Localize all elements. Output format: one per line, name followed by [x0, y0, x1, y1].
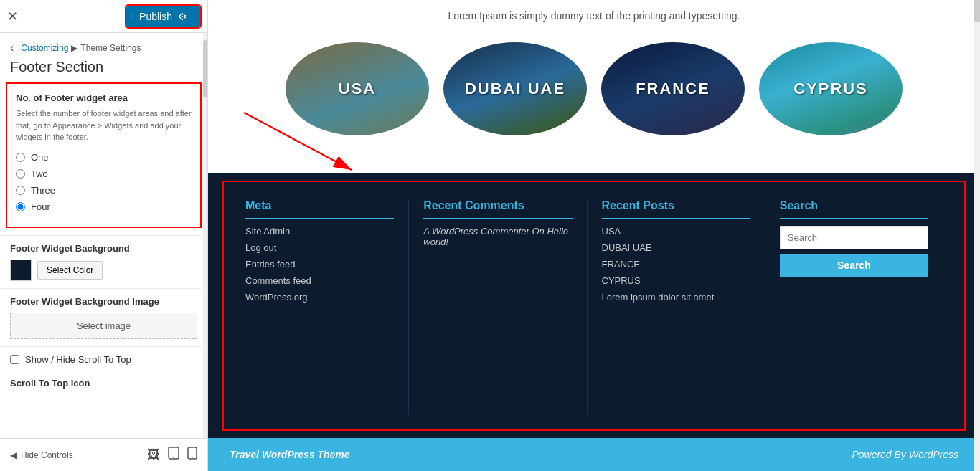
color-swatch[interactable] — [10, 260, 32, 281]
left-scrollbar[interactable] — [203, 33, 207, 438]
footer-widgets-row: Meta Site Admin Log out Entries feed Com… — [222, 181, 966, 431]
scroll-to-top-row: Show / Hide Scroll To Top — [10, 354, 197, 365]
radio-two[interactable] — [16, 169, 25, 179]
scroll-to-top-checkbox[interactable] — [10, 355, 19, 364]
footer-powered-by: Powered By WordPress — [852, 449, 958, 460]
publish-label: Publish — [139, 11, 172, 22]
footer-widget-background-image-section: Footer Widget Background Image Select im… — [0, 288, 207, 346]
footer-preview: Meta Site Admin Log out Entries feed Com… — [208, 173, 980, 471]
mobile-icon-button[interactable] — [187, 447, 197, 463]
recent-post-dubai[interactable]: DUBAI UAE — [602, 242, 750, 253]
recent-posts-widget: Recent Posts USA DUBAI UAE FRANCE CYPRUS… — [588, 199, 765, 415]
radio-option-two[interactable]: Two — [16, 168, 192, 179]
france-label: FRANCE — [636, 80, 710, 98]
usa-label: USA — [339, 80, 376, 98]
svg-point-3 — [192, 457, 193, 458]
radio-label-one: One — [31, 152, 49, 163]
search-button[interactable]: Search — [780, 254, 928, 277]
gallery-item-usa: USA — [286, 42, 429, 135]
meta-widget-title: Meta — [245, 199, 394, 219]
back-button[interactable]: ‹ — [10, 42, 14, 54]
recent-post-usa[interactable]: USA — [602, 226, 750, 237]
recent-comments-title: Recent Comments — [423, 199, 572, 219]
close-button[interactable]: ✕ — [7, 9, 18, 24]
close-icon: ✕ — [7, 9, 18, 24]
widget-area-title: No. of Footer widget area — [16, 92, 192, 103]
footer-widget-background-section: Footer Widget Background Select Color — [0, 235, 207, 288]
hide-controls-label: Hide Controls — [21, 450, 73, 460]
recent-comments-widget: Recent Comments A WordPress Commenter On… — [409, 199, 587, 415]
footer-bottom-bar: Travel WordPress Theme Powered By WordPr… — [208, 438, 980, 471]
gallery-item-france: FRANCE — [601, 42, 745, 135]
recent-post-cyprus[interactable]: CYPRUS — [602, 275, 750, 286]
radio-three[interactable] — [16, 186, 25, 195]
radio-label-three: Three — [31, 185, 55, 196]
search-input[interactable] — [780, 226, 928, 249]
breadcrumb-separator: ▶ — [71, 43, 77, 53]
desktop-icon-button[interactable]: 🖼 — [147, 447, 160, 463]
bottom-bar: ◀ Hide Controls 🖼 ​ — [0, 438, 207, 471]
meta-site-admin[interactable]: Site Admin — [245, 226, 394, 237]
publish-button[interactable]: Publish ⚙ — [126, 6, 200, 27]
color-swatch-row: Select Color — [10, 260, 197, 281]
meta-log-out[interactable]: Log out — [245, 242, 394, 253]
section-title: Footer Section — [0, 57, 207, 82]
meta-comments-feed[interactable]: Comments feed — [245, 275, 394, 286]
radio-option-three[interactable]: Three — [16, 185, 192, 196]
radio-one[interactable] — [16, 153, 25, 162]
right-panel: Lorem Ipsum is simply dummy text of the … — [208, 0, 980, 471]
recent-post-france[interactable]: FRANCE — [602, 259, 750, 270]
arrow-area — [208, 148, 980, 173]
hide-controls-button[interactable]: ◀ Hide Controls — [10, 450, 73, 460]
radio-option-one[interactable]: One — [16, 152, 192, 163]
widget-area-box: No. of Footer widget area Select the num… — [6, 82, 202, 228]
search-widget: Search Search — [765, 199, 943, 415]
recent-post-lorem[interactable]: Lorem ipsum dolor sit amet — [602, 292, 750, 303]
gallery-item-cyprus: CYPRUS — [759, 42, 903, 135]
right-scroll-thumb — [974, 0, 980, 22]
right-scrollbar[interactable] — [974, 0, 980, 471]
footer-theme-name: Travel WordPress Theme — [230, 449, 350, 460]
preview-top-text: Lorem Ipsum is simply dummy text of the … — [208, 0, 980, 29]
left-panel: ✕ Publish ⚙ ‹ Customizing ▶ Theme Settin… — [0, 0, 208, 471]
scroll-to-top-label: Show / Hide Scroll To Top — [25, 354, 131, 365]
meta-widget: Meta Site Admin Log out Entries feed Com… — [245, 199, 409, 415]
gallery-row: USA DUBAI UAE FRANCE CYPRUS — [208, 29, 980, 148]
hide-controls-arrow: ◀ — [10, 450, 17, 460]
cyprus-label: CYPRUS — [793, 80, 868, 98]
widget-area-description: Select the number of footer widget areas… — [16, 108, 192, 143]
gallery-item-dubai: DUBAI UAE — [443, 42, 587, 135]
top-bar: ✕ Publish ⚙ — [0, 0, 207, 33]
radio-four[interactable] — [16, 202, 25, 211]
device-icons: 🖼 ​ — [147, 447, 197, 463]
recent-posts-title: Recent Posts — [602, 199, 750, 219]
radio-option-four[interactable]: Four — [16, 201, 192, 212]
svg-point-1 — [173, 457, 174, 458]
tablet-icon-button[interactable]: ​ — [167, 447, 180, 463]
radio-label-four: Four — [31, 201, 50, 212]
meta-wordpress-org[interactable]: WordPress.org — [245, 292, 394, 303]
breadcrumb: ‹ Customizing ▶ Theme Settings — [0, 33, 207, 57]
select-image-button[interactable]: Select image — [10, 313, 197, 339]
footer-widget-background-image-label: Footer Widget Background Image — [10, 296, 197, 307]
select-color-button[interactable]: Select Color — [37, 261, 103, 280]
footer-widget-background-label: Footer Widget Background — [10, 243, 197, 254]
meta-entries-feed[interactable]: Entries feed — [245, 259, 394, 270]
breadcrumb-theme-settings: Theme Settings — [80, 43, 141, 53]
left-scroll-thumb — [203, 40, 207, 97]
gear-icon: ⚙ — [178, 11, 187, 22]
radio-label-two: Two — [31, 168, 48, 179]
breadcrumb-customizing[interactable]: Customizing — [21, 43, 68, 53]
dubai-label: DUBAI UAE — [465, 80, 565, 98]
scroll-to-top-section: Show / Hide Scroll To Top — [0, 346, 207, 372]
scroll-to-top-icon-label: Scroll To Top Icon — [0, 372, 207, 391]
search-widget-title: Search — [780, 199, 928, 219]
recent-comment-item[interactable]: A WordPress Commenter On Hello world! — [423, 226, 572, 247]
